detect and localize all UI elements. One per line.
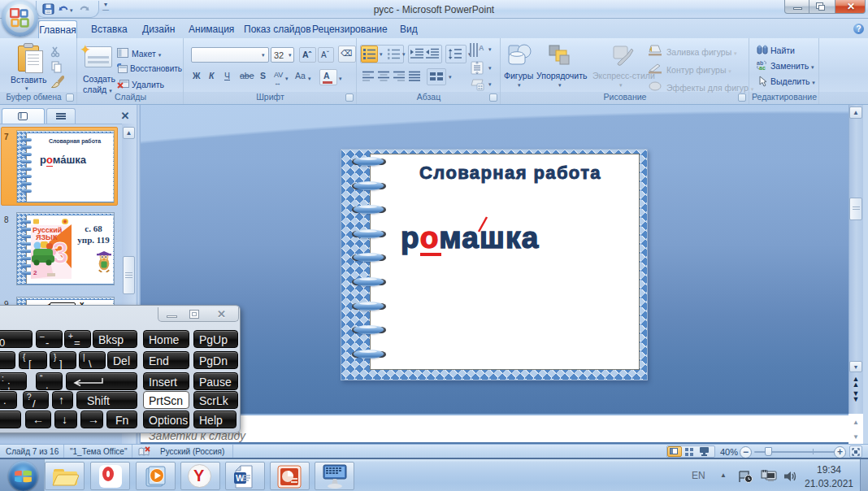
svg-text:ac: ac	[759, 65, 766, 71]
svg-text:A: A	[479, 44, 484, 52]
svg-text:2: 2	[33, 269, 37, 276]
